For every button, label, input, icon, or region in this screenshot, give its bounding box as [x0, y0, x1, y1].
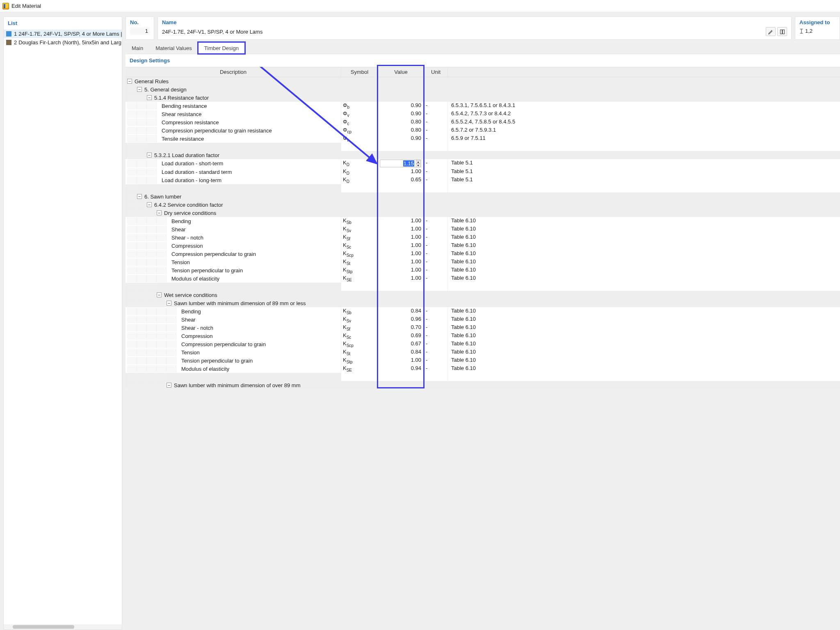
table-row[interactable]: Compression KSc 1.00 - Table 6.10: [126, 242, 840, 250]
row-symbol: Φcp: [341, 126, 378, 135]
row-unit: -: [424, 242, 447, 250]
row-reference: Table 6.10: [447, 250, 840, 258]
row-reference: Table 6.10: [447, 258, 840, 266]
table-row[interactable]: Bending KSb 0.84 - Table 6.10: [126, 307, 840, 315]
table-row[interactable]: Tension perpendicular to grain KStp 1.00…: [126, 266, 840, 274]
row-symbol: KSE: [341, 365, 378, 373]
tree-heading[interactable]: −5.3.2.1 Load duration factor: [126, 151, 840, 159]
value-text: 1.00: [411, 234, 421, 240]
table-row[interactable]: Modulus of elasticity KSE 1.00 - Table 6…: [126, 274, 840, 283]
row-reference: 6.5.4.2, 7.5.7.3 or 8.4.4.2: [447, 110, 840, 118]
col-description[interactable]: Description: [126, 67, 341, 77]
tree-heading[interactable]: −5.1.4 Resistance factor: [126, 94, 840, 102]
row-reference: Table 6.10: [447, 365, 840, 373]
row-description: Compression perpendicular to grain: [181, 341, 266, 347]
tree-heading[interactable]: −Dry service conditions: [126, 209, 840, 217]
collapse-toggle[interactable]: −: [147, 202, 152, 207]
collapse-toggle[interactable]: −: [137, 194, 142, 199]
table-row[interactable]: Compression KSc 0.69 - Table 6.10: [126, 332, 840, 340]
col-unit[interactable]: Unit: [424, 67, 447, 77]
table-row[interactable]: Compression perpendicular to grain KScp …: [126, 250, 840, 258]
row-symbol: KSf: [341, 324, 378, 332]
collapse-toggle[interactable]: −: [157, 210, 162, 215]
row-symbol: KStp: [341, 266, 378, 274]
row-symbol: Φt: [341, 135, 378, 143]
name-label: Name: [162, 19, 787, 25]
library-button[interactable]: [777, 27, 787, 36]
table-row[interactable]: Compression perpendicular to grain KScp …: [126, 340, 840, 348]
heading-label: General Rules: [135, 78, 169, 84]
row-description: Tension: [171, 259, 190, 265]
app-icon: [2, 3, 9, 9]
tree-heading[interactable]: −6. Sawn lumber: [126, 192, 840, 201]
tree-heading[interactable]: −Sawn lumber with minimum dimension of o…: [126, 381, 840, 389]
list-item[interactable]: 2 Douglas Fir-Larch (North), 5inx5in and…: [4, 38, 122, 47]
row-symbol: KSv: [341, 315, 378, 324]
table-row[interactable]: Shear - notch KSf 0.70 - Table 6.10: [126, 324, 840, 332]
row-description: Shear: [181, 317, 196, 323]
value-spinner[interactable]: ▲▼: [416, 160, 420, 167]
table-row[interactable]: Shear - notch KSf 1.00 - Table 6.10: [126, 233, 840, 242]
list-item[interactable]: 1 24F-1.7E, 24F-V1, SP/SP, 4 or More Lam…: [4, 30, 122, 38]
table-row: [126, 143, 840, 151]
row-description: Shear resistance: [162, 111, 202, 117]
value-text: 1.00: [411, 275, 421, 281]
scrollbar-thumb[interactable]: [13, 625, 74, 629]
collapse-toggle[interactable]: −: [147, 153, 152, 158]
collapse-toggle[interactable]: −: [157, 292, 162, 297]
collapse-toggle[interactable]: −: [147, 95, 152, 100]
heading-label: Sawn lumber with minimum dimension of 89…: [174, 300, 306, 306]
collapse-toggle[interactable]: −: [167, 383, 171, 388]
collapse-toggle[interactable]: −: [167, 301, 171, 306]
table-row[interactable]: Tensile resistance Φt 0.90 - 6.5.9 or 7.…: [126, 135, 840, 143]
edit-name-button[interactable]: [766, 27, 776, 36]
table-row: [126, 373, 840, 381]
table-row[interactable]: Load duration - short-term KD 1.15 ▲▼ - …: [126, 159, 840, 168]
collapse-toggle[interactable]: −: [137, 87, 142, 92]
table-row[interactable]: Bending resistance Φb 0.90 - 6.5.3.1, 7.…: [126, 102, 840, 110]
tree-heading[interactable]: −5. General design: [126, 85, 840, 94]
spinner-up[interactable]: ▲: [416, 160, 420, 164]
table-row[interactable]: Bending KSb 1.00 - Table 6.10: [126, 217, 840, 225]
horizontal-scrollbar[interactable]: [4, 624, 122, 630]
table-row[interactable]: Compression resistance Φc 0.80 - 6.5.5.2…: [126, 118, 840, 126]
row-reference: Table 6.10: [447, 348, 840, 356]
row-reference: Table 6.10: [447, 225, 840, 233]
table-row[interactable]: Compression perpendicular to grain resis…: [126, 126, 840, 135]
tree-heading[interactable]: −Wet service conditions: [126, 291, 840, 299]
name-value[interactable]: 24F-1.7E, 24F-V1, SP/SP, 4 or More Lams: [162, 28, 764, 36]
table-row[interactable]: Shear KSv 0.96 - Table 6.10: [126, 315, 840, 324]
row-reference: 6.5.5.2.4, 7.5.8.5 or 8.4.5.5: [447, 118, 840, 126]
tree-heading[interactable]: −6.4.2 Service condition factor: [126, 201, 840, 209]
table-row[interactable]: Tension KSt 0.84 - Table 6.10: [126, 348, 840, 356]
material-list[interactable]: 1 24F-1.7E, 24F-V1, SP/SP, 4 or More Lam…: [4, 30, 122, 624]
value-input[interactable]: 1.15 ▲▼: [380, 160, 421, 167]
table-row[interactable]: Tension perpendicular to grain KStp 1.00…: [126, 356, 840, 365]
table-row[interactable]: Tension KSt 1.00 - Table 6.10: [126, 258, 840, 266]
table-row[interactable]: Load duration - long-term KD 0.65 - Tabl…: [126, 176, 840, 184]
col-value[interactable]: Value: [378, 67, 424, 77]
assigned-value[interactable]: 1,2: [805, 27, 813, 35]
tab-main[interactable]: Main: [126, 42, 149, 54]
table-row[interactable]: Modulus of elasticity KSE 0.94 - Table 6…: [126, 365, 840, 373]
tree-heading[interactable]: −General Rules: [126, 77, 840, 85]
table-row: [126, 184, 840, 192]
col-symbol[interactable]: Symbol: [341, 67, 378, 77]
row-description: Tension perpendicular to grain: [171, 267, 243, 274]
list-item-number: 2: [14, 39, 17, 46]
value-text: 0.90: [411, 110, 421, 116]
row-unit: -: [424, 266, 447, 274]
table-row[interactable]: Shear resistance Φv 0.90 - 6.5.4.2, 7.5.…: [126, 110, 840, 118]
row-symbol: KStp: [341, 356, 378, 365]
tab-material-values[interactable]: Material Values: [149, 42, 198, 54]
col-reference: [447, 67, 840, 77]
tab-timber-design[interactable]: Timber Design: [198, 42, 245, 54]
table-row[interactable]: Shear KSv 1.00 - Table 6.10: [126, 225, 840, 233]
row-description: Shear - notch: [171, 235, 203, 241]
no-value[interactable]: 1: [130, 27, 150, 35]
tree-heading[interactable]: −Sawn lumber with minimum dimension of 8…: [126, 299, 840, 307]
spinner-down[interactable]: ▼: [416, 164, 420, 167]
table-row[interactable]: Load duration - standard term KD 1.00 - …: [126, 168, 840, 176]
collapse-toggle[interactable]: −: [127, 79, 132, 84]
table-row: [126, 283, 840, 291]
